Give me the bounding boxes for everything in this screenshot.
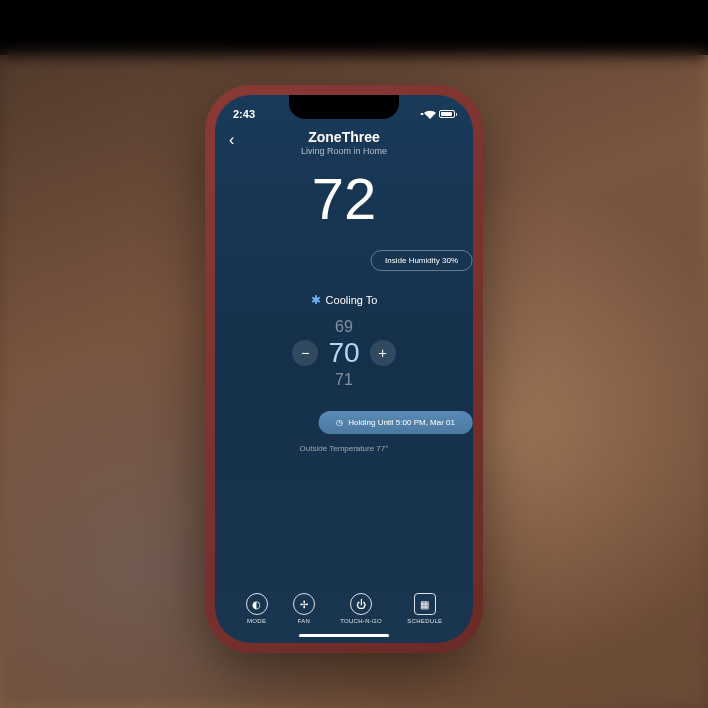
temp-stack[interactable]: 69 70 71	[328, 317, 359, 389]
cooling-label: ✱ Cooling To	[215, 293, 473, 307]
temp-option-above: 69	[328, 317, 359, 336]
current-temp-value: 72	[312, 166, 377, 231]
mode-icon: ◐	[246, 593, 268, 615]
nav-fan[interactable]: ✢ FAN	[293, 593, 315, 624]
menu-dots-icon: ···	[420, 107, 421, 121]
nav-fan-label: FAN	[298, 618, 311, 624]
nav-touch-n-go[interactable]: ⏻ TOUCH-N-GO	[340, 593, 382, 624]
outdoor-temperature: Outside Temperature 77°	[215, 444, 473, 453]
increase-temp-button[interactable]: +	[370, 340, 396, 366]
back-button[interactable]: ‹	[229, 131, 234, 149]
touchngo-icon: ⏻	[350, 593, 372, 615]
home-indicator[interactable]	[299, 634, 389, 637]
current-temperature: 72°	[215, 170, 473, 228]
app-screen: 2:43 ··· ‹ ZoneThree Living Room in Home…	[215, 95, 473, 643]
nav-mode-label: MODE	[247, 618, 266, 624]
bottom-nav: ◐ MODE ✢ FAN ⏻ TOUCH-N-GO ▦ SCHEDULE	[215, 581, 473, 630]
nav-touchngo-label: TOUCH-N-GO	[340, 618, 382, 624]
status-time: 2:43	[233, 108, 273, 120]
cooling-section: ✱ Cooling To − 69 70 71 +	[215, 293, 473, 389]
nav-schedule-label: SCHEDULE	[407, 618, 442, 624]
zone-title: ZoneThree	[215, 129, 473, 145]
hold-label: Holding Until 5:00 PM, Mar 01	[348, 418, 455, 427]
zone-header: ‹ ZoneThree Living Room in Home	[215, 125, 473, 158]
hold-schedule-button[interactable]: ◷ Holding Until 5:00 PM, Mar 01	[318, 411, 473, 434]
cooling-to-text: Cooling To	[326, 294, 378, 306]
schedule-icon: ▦	[414, 593, 436, 615]
battery-icon	[439, 110, 455, 118]
humidity-pill[interactable]: Inside Humidity 30%	[370, 250, 473, 271]
temp-selected: 70	[328, 336, 359, 370]
status-icons: ···	[420, 107, 455, 121]
temp-picker: − 69 70 71 +	[215, 317, 473, 389]
nav-schedule[interactable]: ▦ SCHEDULE	[407, 593, 442, 624]
clock-icon: ◷	[336, 418, 343, 427]
humidity-label: Inside Humidity 30%	[385, 256, 458, 265]
zone-subtitle: Living Room in Home	[215, 146, 473, 156]
snowflake-icon: ✱	[311, 293, 321, 307]
decrease-temp-button[interactable]: −	[292, 340, 318, 366]
phone-frame: 2:43 ··· ‹ ZoneThree Living Room in Home…	[209, 89, 479, 649]
temp-option-below: 71	[328, 370, 359, 389]
fan-icon: ✢	[293, 593, 315, 615]
nav-mode[interactable]: ◐ MODE	[246, 593, 268, 624]
notch	[289, 95, 399, 119]
wifi-icon	[424, 110, 436, 119]
